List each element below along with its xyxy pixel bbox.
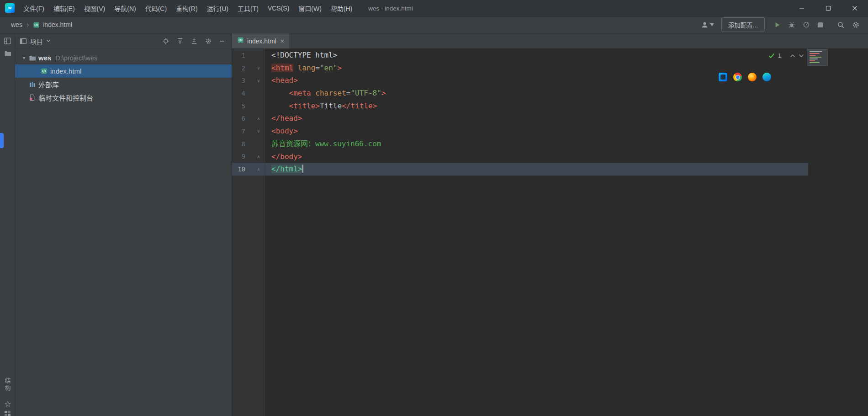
code-line-5[interactable]: <title>Title</title> (265, 100, 868, 112)
line-number: 10 (232, 165, 254, 173)
fold-marker-icon[interactable]: ∨ (254, 128, 265, 133)
chevron-down-icon[interactable] (46, 39, 51, 43)
structure-stripe-button[interactable]: 结构 (3, 378, 12, 392)
gutter-line: 4 (232, 87, 265, 100)
fold-marker-icon[interactable]: ∧ (254, 116, 265, 121)
fold-marker-icon[interactable]: ∨ (254, 65, 265, 70)
menu-code[interactable]: 代码(C) (141, 0, 171, 16)
search-icon (837, 21, 845, 29)
menu-refactor[interactable]: 重构(R) (171, 0, 202, 16)
editor-area: index.html × 12∨3∨456∧7∨89∧10∧ <!DOCTYPE… (232, 33, 868, 416)
minimize-icon (799, 5, 804, 11)
menu-vcs[interactable]: VCS(S) (263, 0, 294, 16)
tree-item-label: 外部库 (38, 80, 59, 89)
close-button[interactable] (842, 0, 868, 16)
debug-button[interactable] (784, 21, 799, 28)
tree-expand-chevron-icon[interactable]: ▾ (20, 55, 28, 60)
gutter-line: 5 (232, 100, 265, 112)
prev-problem-icon[interactable] (790, 54, 795, 58)
code-line-7[interactable]: <body> (265, 125, 868, 138)
project-stripe-icon[interactable] (3, 49, 12, 58)
profiler-icon (803, 21, 810, 28)
fold-marker-icon[interactable]: ∧ (254, 167, 265, 172)
line-number: 6 (232, 115, 254, 122)
gutter-line: 8 (232, 138, 265, 150)
play-icon (774, 21, 781, 28)
builtin-preview-icon[interactable] (719, 73, 727, 81)
menu-view[interactable]: 视图(V) (79, 0, 110, 16)
menu-help[interactable]: 帮助(H) (326, 0, 357, 16)
edge-icon[interactable] (762, 73, 771, 81)
tree-item-external-libraries[interactable]: 外部库 (15, 78, 232, 91)
breadcrumb-project[interactable]: wes (11, 21, 22, 28)
menu-file[interactable]: 文件(F) (19, 0, 49, 16)
active-tool-indicator (0, 133, 4, 148)
editor-tabbar: index.html × (232, 33, 868, 49)
menu-run[interactable]: 运行(U) (202, 0, 233, 16)
gutter-line: 1 (232, 49, 265, 62)
minimap-thumbnail[interactable] (807, 49, 828, 66)
panel-settings-icon[interactable] (205, 37, 212, 45)
tree-item-label: index.html (50, 67, 81, 75)
hide-panel-icon[interactable] (219, 38, 225, 44)
run-button[interactable] (770, 21, 784, 28)
titlebar: W 文件(F)编辑(E)视图(V)导航(N)代码(C)重构(R)运行(U)工具(… (0, 0, 868, 16)
expand-all-icon[interactable] (176, 37, 184, 45)
html-icon (40, 67, 48, 75)
stop-button[interactable] (814, 22, 827, 28)
tab-index-html[interactable]: index.html × (232, 33, 289, 48)
minimize-button[interactable] (789, 0, 815, 16)
editor[interactable]: 12∨3∨456∧7∨89∧10∧ <!DOCTYPE html><html l… (232, 49, 868, 416)
library-icon (28, 80, 36, 88)
tree-item-path: D:\project\wes (55, 54, 97, 62)
code-line-4[interactable]: <meta charset="UTF-8"> (265, 87, 868, 100)
tree-item-label: 临时文件和控制台 (38, 93, 93, 102)
maximize-button[interactable] (815, 0, 842, 16)
gutter-line: 7∨ (232, 125, 265, 138)
breadcrumb-file[interactable]: index.html (33, 21, 72, 28)
locate-file-icon[interactable] (162, 37, 169, 45)
inspections-ok-icon[interactable] (768, 53, 775, 59)
tool-windows-icon[interactable] (3, 37, 12, 45)
favorites-icon[interactable] (3, 400, 12, 408)
fold-marker-icon[interactable]: ∧ (254, 154, 265, 159)
firefox-icon[interactable] (748, 73, 757, 81)
menu-navigate[interactable]: 导航(N) (110, 0, 140, 16)
add-configuration-button[interactable]: 添加配置... (721, 17, 765, 32)
code-line-9[interactable]: </body> (265, 150, 868, 163)
main-area: 结构 项目 (0, 33, 868, 416)
line-number: 4 (232, 90, 254, 97)
menu-edit[interactable]: 编辑(E) (49, 0, 79, 16)
folder-icon (28, 54, 36, 62)
tool-window-switcher-icon[interactable] (3, 409, 12, 416)
tree-item-index-html[interactable]: index.html (15, 64, 232, 78)
line-number: 2 (232, 64, 254, 72)
menu-tools[interactable]: 工具(T) (233, 0, 263, 16)
window-controls (789, 0, 868, 16)
code-line-6[interactable]: </head> (265, 112, 868, 125)
chrome-icon[interactable] (733, 73, 742, 81)
code-line-3[interactable]: <head> (265, 74, 868, 87)
inspection-widget: 1 (768, 52, 804, 59)
project-panel-title[interactable]: 项目 (30, 37, 43, 46)
code-line-2[interactable]: <html lang="en"> (265, 62, 868, 75)
next-problem-icon[interactable] (799, 54, 804, 58)
browser-preview-toolbar (719, 73, 771, 81)
menu-window[interactable]: 窗口(W) (294, 0, 326, 16)
user-menu[interactable] (701, 21, 718, 29)
collapse-all-icon[interactable] (191, 37, 198, 45)
code-line-10[interactable]: </html> (265, 163, 868, 176)
search-everywhere-button[interactable] (833, 21, 848, 29)
tree-item-label: wes (38, 54, 51, 62)
settings-button[interactable] (848, 21, 863, 29)
ide-logo-icon: W (5, 3, 15, 13)
line-number: 7 (232, 128, 254, 135)
profiler-button[interactable] (799, 21, 814, 28)
project-panel: 项目 (15, 33, 232, 416)
code-line-8[interactable]: 苏音资源网：www.suyin66.com (265, 138, 868, 150)
tree-item-scratches-and-consoles[interactable]: 临时文件和控制台 (15, 91, 232, 104)
fold-marker-icon[interactable]: ∨ (254, 78, 265, 83)
code-area[interactable]: <!DOCTYPE html><html lang="en"><head> <m… (265, 49, 868, 176)
tab-close-icon[interactable]: × (281, 38, 284, 44)
tree-item-wes-root[interactable]: ▾wesD:\project\wes (15, 51, 232, 64)
